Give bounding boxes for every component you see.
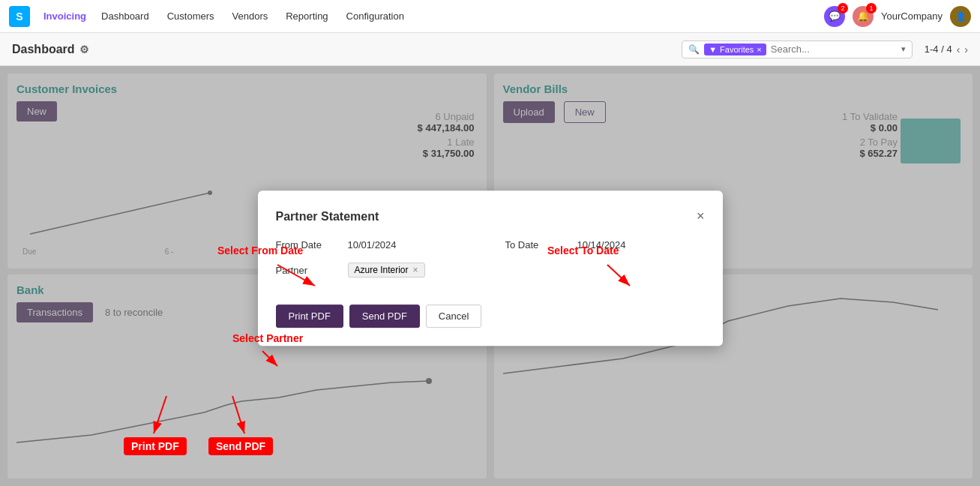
modal-close-button[interactable]: × xyxy=(697,208,705,224)
filter-remove[interactable]: × xyxy=(757,45,761,54)
main-content: Customer Invoices New 6 Unpaid $ 447,184… xyxy=(0,66,980,486)
pagination: 1-4 / 4 ‹ › xyxy=(925,44,968,56)
partner-label: Partner xyxy=(276,265,336,276)
print-pdf-button[interactable]: Print PDF xyxy=(276,304,343,328)
modal-header: Partner Statement × xyxy=(276,208,705,224)
nav-dashboard[interactable]: Dashboard xyxy=(94,8,157,25)
filter-icon: ▼ xyxy=(709,45,717,54)
breadcrumb: Dashboard ⚙ xyxy=(12,43,89,56)
from-date-value[interactable]: 10/01/2024 xyxy=(348,239,397,250)
cancel-button[interactable]: Cancel xyxy=(426,304,481,328)
modal-footer: Print PDF Send PDF Cancel xyxy=(276,304,705,328)
nav-right-section: 💬 2 🔔 1 YourCompany 👤 xyxy=(824,6,971,27)
nav-vendors[interactable]: Vendors xyxy=(225,8,276,25)
company-name: YourCompany xyxy=(881,10,943,22)
search-bar: 🔍 ▼ Favorites × ▾ xyxy=(682,40,913,58)
modal-title: Partner Statement xyxy=(276,210,379,224)
nav-reporting[interactable]: Reporting xyxy=(278,8,335,25)
partner-row: Partner Azure Interior × xyxy=(276,262,475,278)
from-date-row: From Date 10/01/2024 xyxy=(276,239,475,250)
partner-statement-modal: Partner Statement × From Date 10/01/2024… xyxy=(258,190,723,346)
to-date-value[interactable]: 10/14/2024 xyxy=(577,239,626,250)
app-logo: S xyxy=(9,6,30,27)
breadcrumb-text: Dashboard xyxy=(12,43,75,56)
search-icon: 🔍 xyxy=(688,44,700,55)
top-navigation: S Invoicing Dashboard Customers Vendors … xyxy=(0,0,980,33)
filter-label: Favorites xyxy=(720,45,754,54)
sub-navigation: Dashboard ⚙ 🔍 ▼ Favorites × ▾ 1-4 / 4 ‹ … xyxy=(0,33,980,66)
search-input[interactable] xyxy=(771,44,897,55)
alerts-badge: 1 xyxy=(866,3,877,14)
to-date-row: To Date 10/14/2024 xyxy=(505,239,705,250)
nav-configuration[interactable]: Configuration xyxy=(339,8,412,25)
nav-menu: Dashboard Customers Vendors Reporting Co… xyxy=(94,8,412,25)
filter-tag: ▼ Favorites × xyxy=(704,44,766,56)
nav-customers[interactable]: Customers xyxy=(160,8,222,25)
gear-icon[interactable]: ⚙ xyxy=(79,44,89,56)
partner-tag: Azure Interior × xyxy=(348,262,425,278)
partner-value: Azure Interior xyxy=(355,265,409,275)
to-date-label: To Date xyxy=(505,239,565,250)
from-date-label: From Date xyxy=(276,239,336,250)
send-pdf-button[interactable]: Send PDF xyxy=(349,304,420,328)
nav-invoicing[interactable]: Invoicing xyxy=(36,8,94,25)
modal-body: From Date 10/01/2024 Partner Azure Inter… xyxy=(276,239,705,290)
next-page-button[interactable]: › xyxy=(964,44,968,56)
alerts-button[interactable]: 🔔 1 xyxy=(853,6,874,27)
pagination-text: 1-4 / 4 xyxy=(925,44,952,55)
user-avatar[interactable]: 👤 xyxy=(950,6,971,27)
messages-button[interactable]: 💬 2 xyxy=(824,6,845,27)
prev-page-button[interactable]: ‹ xyxy=(957,44,961,56)
messages-badge: 2 xyxy=(838,3,848,14)
partner-remove-button[interactable]: × xyxy=(413,265,418,275)
search-dropdown-arrow[interactable]: ▾ xyxy=(901,44,906,54)
